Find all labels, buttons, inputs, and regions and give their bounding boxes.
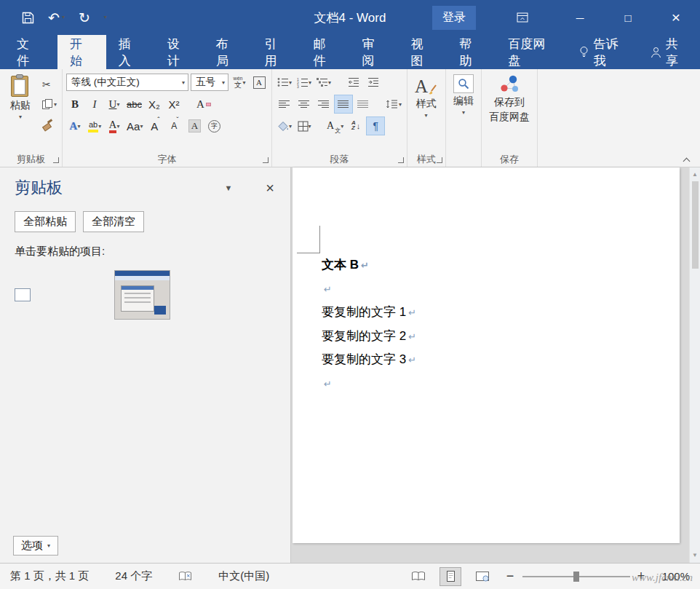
paragraph-dialog-launcher[interactable] (398, 157, 404, 163)
vertical-scrollbar[interactable]: ▲ ▼ (689, 167, 700, 563)
language-indicator[interactable]: 中文(中国) (218, 569, 269, 583)
page-indicator[interactable]: 第 1 页，共 1 页 (10, 569, 89, 583)
clipboard-item-thumbnail[interactable] (114, 270, 170, 320)
align-left-button[interactable] (276, 95, 293, 113)
pane-close-button[interactable]: × (266, 180, 274, 197)
asian-layout-button[interactable]: A文 ▾ (325, 117, 345, 135)
character-border-button[interactable]: A (250, 74, 268, 91)
bullets-button[interactable]: ▾ (276, 74, 293, 91)
clear-all-button[interactable]: 全部清空 (83, 211, 144, 232)
font-dialog-launcher[interactable] (263, 157, 269, 163)
character-shading-button[interactable]: A (186, 117, 203, 135)
text-highlight-color-button[interactable]: ab▾ (86, 117, 103, 135)
scrollbar-thumb[interactable] (692, 181, 699, 269)
cut-button[interactable]: ✂ (40, 76, 59, 92)
shading-button[interactable]: ▾ (276, 117, 293, 135)
underline-button[interactable]: U▾ (106, 95, 123, 113)
undo-dropdown-icon[interactable]: ▾ (62, 15, 65, 20)
zoom-in-button[interactable]: + (635, 569, 648, 584)
share-button[interactable]: 共享 (640, 35, 700, 69)
font-name-combobox[interactable]: 等线 (中文正文)▾ (66, 74, 188, 91)
bold-button[interactable]: B (66, 95, 84, 113)
word-count[interactable]: 24 个字 (115, 569, 152, 583)
sort-button[interactable]: AZ ↓ (347, 117, 365, 135)
borders-button[interactable]: ▾ (295, 117, 313, 135)
print-layout-button[interactable] (440, 567, 461, 586)
show-hide-marks-button[interactable]: ¶ (367, 117, 384, 135)
document-empty-line[interactable]: ↵ (322, 372, 416, 396)
align-center-button[interactable] (295, 95, 313, 113)
read-mode-button[interactable] (407, 567, 429, 586)
paste-button[interactable]: 粘贴 ▾ (3, 72, 38, 150)
change-case-button[interactable]: Aa▾ (125, 117, 144, 135)
phonetic-guide-button[interactable]: wén文 ▾ (231, 74, 248, 91)
tell-me-button[interactable]: 告诉我 (568, 35, 640, 69)
pane-menu-button[interactable]: ▼ (224, 183, 232, 192)
document-line[interactable]: 要复制的文字 1↵ (322, 301, 416, 325)
tab-mailings[interactable]: 邮件 (301, 35, 350, 69)
document-text[interactable]: 文本 B↵ ↵ 要复制的文字 1↵ 要复制的文字 2↵ 要复制的文字 3↵ ↵ (322, 253, 416, 395)
document-line[interactable]: 要复制的文字 3↵ (322, 348, 416, 372)
font-size-combobox[interactable]: 五号▾ (191, 74, 228, 91)
sign-in-button[interactable]: 登录 (432, 6, 476, 30)
tab-view[interactable]: 视图 (398, 35, 447, 69)
increase-indent-button[interactable] (365, 74, 382, 91)
scroll-down-arrow[interactable]: ▼ (692, 548, 698, 561)
align-right-button[interactable] (315, 95, 333, 113)
undo-button[interactable]: ↶ ▾ (48, 11, 65, 25)
ribbon-display-options-button[interactable] (508, 0, 537, 35)
editing-button[interactable]: 编辑 ▾ (447, 71, 480, 151)
tab-home[interactable]: 开始 (57, 35, 106, 69)
styles-dialog-launcher[interactable] (437, 157, 442, 163)
clipboard-item[interactable] (0, 270, 290, 320)
paste-all-button[interactable]: 全部粘贴 (15, 211, 76, 232)
justify-button[interactable] (335, 95, 352, 113)
decrease-indent-button[interactable] (345, 74, 362, 91)
close-button[interactable]: × (652, 0, 700, 35)
multilevel-list-button[interactable]: ▾ (315, 74, 333, 91)
shrink-font-button[interactable]: Aˇ (166, 117, 183, 135)
enclose-characters-button[interactable]: 字 (205, 117, 223, 135)
minimize-button[interactable]: ─ (556, 0, 604, 35)
tab-help[interactable]: 帮助 (447, 35, 496, 69)
grow-font-button[interactable]: Aˆ (146, 117, 164, 135)
proofing-status[interactable] (178, 571, 192, 582)
document-heading-line[interactable]: 文本 B↵ (322, 253, 416, 277)
tab-design[interactable]: 设计 (155, 35, 204, 69)
tab-review[interactable]: 审阅 (349, 35, 398, 69)
zoom-slider-thumb[interactable] (573, 572, 579, 582)
zoom-out-button[interactable]: − (504, 569, 517, 584)
distribute-button[interactable] (354, 95, 372, 113)
clear-formatting-button[interactable]: A (195, 95, 212, 113)
superscript-button[interactable]: X² (165, 95, 183, 113)
pane-options-button[interactable]: 选项 ▾ (13, 536, 58, 556)
redo-button[interactable]: ↻ (79, 11, 90, 25)
zoom-level[interactable]: 100% (656, 570, 690, 582)
text-effects-button[interactable]: A▾ (66, 117, 84, 135)
maximize-button[interactable]: □ (604, 0, 652, 35)
tab-insert[interactable]: 插入 (106, 35, 155, 69)
document-heading[interactable]: 文本 B (322, 258, 359, 272)
numbering-button[interactable]: 123 ▾ (295, 74, 313, 91)
document-empty-line[interactable]: ↵ (322, 277, 416, 301)
collapse-ribbon-button[interactable] (681, 154, 691, 164)
web-layout-button[interactable] (472, 567, 493, 586)
save-button[interactable] (22, 12, 34, 24)
document-line[interactable]: 要复制的文字 2↵ (322, 325, 416, 349)
tab-references[interactable]: 引用 (252, 35, 301, 69)
strikethrough-button[interactable]: abc (125, 95, 143, 113)
format-painter-button[interactable] (40, 116, 59, 132)
tab-layout[interactable]: 布局 (204, 35, 252, 69)
styles-button[interactable]: A 样式 ▾ (408, 71, 444, 151)
copy-button[interactable]: ▾ (40, 96, 59, 112)
scroll-up-arrow[interactable]: ▲ (692, 167, 698, 180)
clipboard-dialog-launcher[interactable] (53, 157, 59, 163)
subscript-button[interactable]: X₂ (146, 95, 163, 113)
qat-customize-button[interactable]: ▾ (104, 15, 107, 20)
document-area[interactable]: 文本 B↵ ↵ 要复制的文字 1↵ 要复制的文字 2↵ 要复制的文字 3↵ ↵ … (291, 167, 700, 563)
line-spacing-button[interactable]: ▾ (384, 95, 403, 113)
italic-button[interactable]: I (86, 95, 103, 113)
document-page[interactable]: 文本 B↵ ↵ 要复制的文字 1↵ 要复制的文字 2↵ 要复制的文字 3↵ ↵ (293, 167, 680, 543)
font-color-button[interactable]: A▾ (106, 117, 123, 135)
save-to-baidu-button[interactable]: 保存到 百度网盘 (482, 71, 536, 151)
